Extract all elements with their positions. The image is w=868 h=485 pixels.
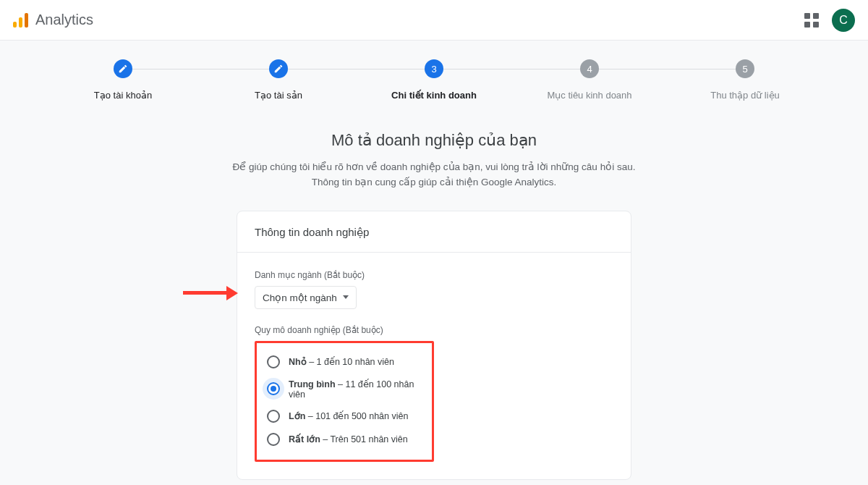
- industry-field-label: Danh mục ngành (Bắt buộc): [255, 270, 613, 280]
- radio-label: Nhỏ – 1 đến 10 nhân viên: [289, 356, 394, 367]
- radio-icon: [267, 355, 280, 368]
- radio-option-very-large[interactable]: Rất lớn – Trên 501 nhân viên: [267, 428, 422, 451]
- step-create-property[interactable]: Tạo tài sản: [206, 59, 351, 101]
- radio-label: Lớn – 101 đến 500 nhân viên: [289, 410, 408, 421]
- radio-icon: [267, 410, 280, 423]
- step-label: Tạo tài khoản: [94, 90, 152, 101]
- card-title: Thông tin doanh nghiệp: [237, 211, 631, 253]
- header-right: C: [804, 9, 855, 32]
- radio-option-small[interactable]: Nhỏ – 1 đến 10 nhân viên: [267, 350, 422, 374]
- desc-line-2: Thông tin bạn cung cấp giúp cải thiện Go…: [312, 177, 556, 187]
- step-label: Thu thập dữ liệu: [710, 90, 780, 101]
- radio-option-large[interactable]: Lớn – 101 đến 500 nhân viên: [267, 405, 422, 428]
- stepper: Tạo tài khoản Tạo tài sản 3 Chi tiết kin…: [51, 59, 817, 101]
- main-content: Tạo tài khoản Tạo tài sản 3 Chi tiết kin…: [0, 41, 868, 485]
- step-number: 5: [736, 59, 754, 78]
- chevron-down-icon: [343, 295, 349, 299]
- radio-icon: [267, 382, 280, 395]
- industry-dropdown[interactable]: Chọn một ngành: [255, 286, 357, 309]
- desc-line-1: Để giúp chúng tôi hiểu rõ hơn về doanh n…: [233, 161, 636, 172]
- step-label: Chi tiết kinh doanh: [391, 90, 477, 101]
- step-create-account[interactable]: Tạo tài khoản: [51, 59, 195, 101]
- page-description: Để giúp chúng tôi hiểu rõ hơn về doanh n…: [0, 160, 868, 190]
- page-title: Mô tả doanh nghiệp của bạn: [0, 131, 868, 150]
- app-title: Analytics: [35, 12, 93, 28]
- step-number: 3: [425, 59, 443, 78]
- pencil-icon: [114, 59, 132, 78]
- dropdown-value: Chọn một ngành: [263, 292, 337, 303]
- step-label: Tạo tài sản: [255, 90, 302, 101]
- radio-label: Trung bình – 11 đến 100 nhân viên: [289, 379, 422, 400]
- step-business-details[interactable]: 3 Chi tiết kinh doanh: [362, 59, 506, 101]
- radio-label: Rất lớn – Trên 501 nhân viên: [289, 434, 408, 444]
- analytics-logo-icon: [13, 13, 28, 28]
- business-size-radio-group: Nhỏ – 1 đến 10 nhân viên Trung bình – 11…: [255, 341, 434, 462]
- card-body: Danh mục ngành (Bắt buộc) Chọn một ngành…: [237, 253, 631, 479]
- step-business-goals: 4 Mục tiêu kinh doanh: [517, 59, 662, 101]
- business-info-card: Thông tin doanh nghiệp Danh mục ngành (B…: [237, 211, 631, 480]
- header-left: Analytics: [13, 12, 93, 28]
- annotation-arrow-icon: [183, 286, 238, 300]
- radio-icon: [267, 433, 280, 446]
- step-label: Mục tiêu kinh doanh: [547, 90, 631, 101]
- app-header: Analytics C: [0, 0, 868, 41]
- pencil-icon: [269, 59, 288, 78]
- step-data-collection: 5 Thu thập dữ liệu: [673, 59, 817, 101]
- size-field-label: Quy mô doanh nghiệp (Bắt buộc): [255, 325, 613, 335]
- radio-option-medium[interactable]: Trung bình – 11 đến 100 nhân viên: [267, 374, 422, 405]
- avatar[interactable]: C: [832, 9, 855, 32]
- step-number: 4: [580, 59, 599, 78]
- apps-grid-icon[interactable]: [804, 13, 819, 28]
